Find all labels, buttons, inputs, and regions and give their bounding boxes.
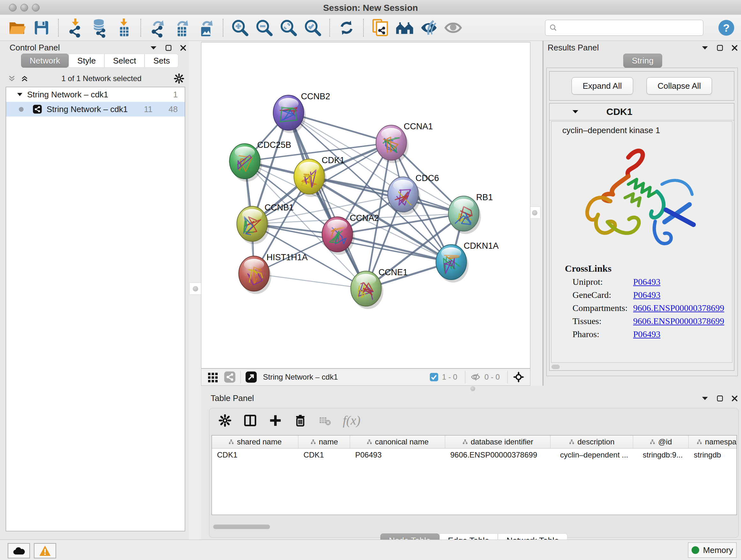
birdseye-icon[interactable]: [512, 371, 525, 383]
crosslink-link[interactable]: 9606.ENSP00000378699: [633, 303, 724, 313]
tab-network[interactable]: Network: [21, 54, 69, 68]
section-collapse-icon[interactable]: [572, 110, 579, 114]
network-row[interactable]: String Network – cdk1 11 48: [6, 102, 185, 117]
table-gear-icon[interactable]: [218, 414, 232, 427]
column-header[interactable]: name: [298, 435, 350, 448]
zoom-out-icon[interactable]: [252, 17, 276, 38]
network-node-CCNB2[interactable]: CCNB2: [273, 91, 330, 133]
table-cell[interactable]: 9606.ENSP00000378699: [445, 449, 550, 461]
left-splitter[interactable]: [189, 41, 201, 540]
zoom-fit-icon[interactable]: [276, 17, 300, 38]
cloud-button[interactable]: [8, 543, 30, 558]
search-box[interactable]: [545, 20, 703, 36]
network-node-CDK1[interactable]: CDK1: [294, 155, 345, 197]
crosslink-link[interactable]: P06493: [633, 290, 661, 300]
panel-close-icon[interactable]: [180, 45, 186, 51]
zoom-selected-icon[interactable]: [300, 17, 325, 38]
search-input[interactable]: [561, 23, 699, 33]
column-header[interactable]: canonical name: [350, 435, 445, 448]
import-database-icon[interactable]: [87, 17, 112, 38]
expand-all-button[interactable]: Expand All: [571, 77, 633, 95]
crosslink-row: Tissues:9606.ENSP00000378699: [572, 316, 732, 326]
collapse-all-button[interactable]: Collapse All: [647, 77, 712, 95]
zoom-in-icon[interactable]: [228, 17, 252, 38]
table-cell[interactable]: CDK1: [298, 449, 350, 461]
table-cell[interactable]: stringdb: [689, 449, 737, 461]
column-header[interactable]: description: [550, 435, 633, 448]
panel-menu-icon[interactable]: [701, 46, 709, 50]
table-cell[interactable]: CDK1: [212, 449, 298, 461]
tab-sets[interactable]: Sets: [145, 54, 179, 68]
network-node-CCNB1[interactable]: CCNB1: [237, 203, 294, 244]
hidden-eye-icon[interactable]: [470, 372, 481, 382]
column-header[interactable]: @id: [633, 435, 689, 448]
selected-checkbox-icon[interactable]: [429, 372, 439, 382]
table-cell[interactable]: cyclin–dependent ...: [550, 449, 633, 461]
crosslink-link[interactable]: 9606.ENSP00000378699: [633, 316, 724, 326]
protein-structure-image: [578, 144, 705, 259]
network-collection-row[interactable]: String Network – cdk1 1: [6, 87, 185, 102]
panel-float-icon[interactable]: [717, 45, 723, 51]
column-type-icon: [310, 439, 316, 445]
tab-select[interactable]: Select: [105, 54, 145, 68]
network-node-CCNE1[interactable]: CCNE1: [351, 267, 408, 309]
column-type-icon: [696, 439, 702, 445]
tab-string[interactable]: String: [623, 54, 662, 68]
export-table-icon[interactable]: [170, 17, 194, 38]
warning-button[interactable]: [34, 543, 56, 558]
network-canvas[interactable]: CCNB2CCNA1CDC25BCDK1CDC6RB1CCNB1CCNA2CDK…: [201, 42, 530, 368]
network-view-icon[interactable]: [224, 371, 236, 383]
tree-expander-icon[interactable]: [17, 92, 23, 97]
node-label: CCNB2: [301, 91, 330, 101]
gear-icon[interactable]: [174, 73, 185, 84]
table-cell[interactable]: P06493: [350, 449, 445, 461]
panel-close-icon[interactable]: [731, 45, 738, 51]
column-header[interactable]: shared name: [212, 435, 298, 448]
network-node-CDC6[interactable]: CDC6: [388, 173, 439, 215]
results-scrollbar[interactable]: [551, 365, 560, 369]
string-document-icon[interactable]: [368, 17, 393, 38]
show-columns-icon[interactable]: [243, 414, 257, 428]
export-image-icon[interactable]: [194, 17, 218, 38]
refresh-icon[interactable]: [334, 17, 359, 38]
show-eye-icon[interactable]: [441, 17, 465, 38]
table-cell[interactable]: stringdb:9...: [633, 449, 689, 461]
export-network-icon[interactable]: [145, 17, 170, 38]
column-header[interactable]: database identifier: [445, 435, 550, 448]
grid-view-icon[interactable]: [207, 371, 219, 383]
home-pair-icon[interactable]: [393, 17, 417, 38]
table-hscrollbar[interactable]: [213, 524, 270, 529]
right-splitter[interactable]: [530, 41, 543, 386]
open-in-new-icon[interactable]: [245, 371, 257, 383]
network-node-HIST1H1A[interactable]: HIST1H1A: [239, 253, 308, 294]
column-header[interactable]: namespace: [689, 435, 737, 448]
network-node-RB1[interactable]: RB1: [448, 192, 493, 234]
import-table-icon[interactable]: [112, 17, 136, 38]
network-node-CDC25B[interactable]: CDC25B: [229, 140, 291, 182]
import-network-icon[interactable]: [63, 17, 87, 38]
network-node-CCNA1[interactable]: CCNA1: [376, 122, 433, 163]
collapse-all-icon[interactable]: [7, 74, 17, 83]
expand-all-icon[interactable]: [20, 74, 29, 83]
bottom-splitter[interactable]: [201, 386, 530, 392]
memory-button[interactable]: Memory: [688, 543, 737, 558]
hide-selected-eye-icon[interactable]: [417, 17, 441, 38]
crosslink-link[interactable]: P06493: [633, 277, 661, 287]
gene-section-header[interactable]: CDK1: [549, 104, 734, 120]
panel-menu-icon[interactable]: [150, 46, 157, 50]
panel-float-icon[interactable]: [165, 45, 172, 51]
network-node-CDKN1A[interactable]: CDKN1A: [436, 241, 499, 283]
add-column-icon[interactable]: [269, 414, 282, 427]
panel-float-icon[interactable]: [717, 395, 723, 401]
delete-column-icon[interactable]: [293, 414, 307, 427]
open-folder-icon[interactable]: [5, 17, 29, 38]
network-node-CCNA2[interactable]: CCNA2: [322, 213, 379, 255]
panel-menu-icon[interactable]: [701, 396, 709, 401]
panel-close-icon[interactable]: [731, 395, 738, 401]
help-icon[interactable]: ?: [717, 17, 736, 38]
tab-style[interactable]: Style: [69, 54, 105, 68]
network-edge[interactable]: [288, 113, 366, 289]
crosslink-link[interactable]: P06493: [633, 329, 661, 339]
toolbar-separator: [140, 19, 141, 37]
save-icon[interactable]: [29, 17, 54, 38]
